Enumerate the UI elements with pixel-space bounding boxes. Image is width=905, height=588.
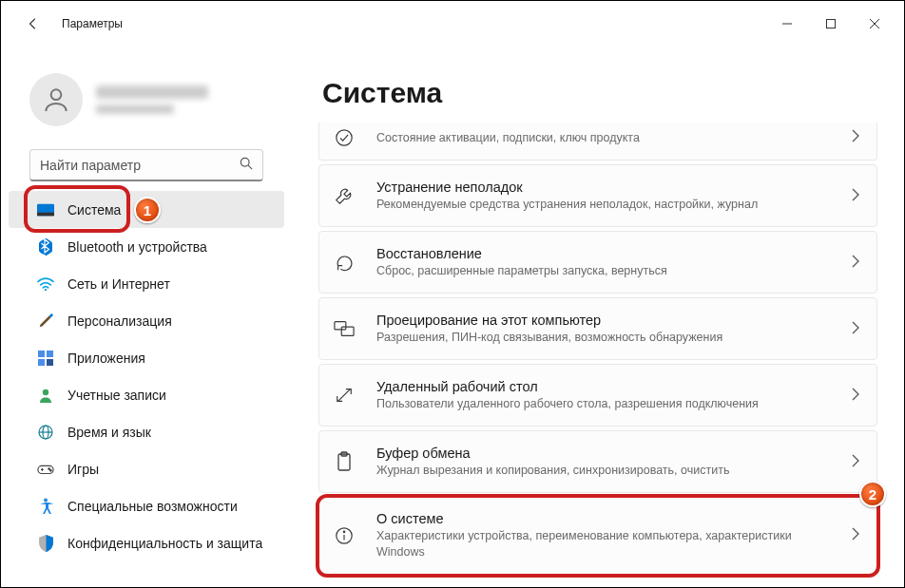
user-block[interactable]	[9, 47, 284, 149]
card-project[interactable]: Проецирование на этот компьютер Разрешен…	[318, 297, 877, 360]
nav-label: Время и язык	[67, 425, 151, 440]
clipboard-icon	[333, 451, 356, 472]
activation-icon	[333, 128, 356, 147]
card-about[interactable]: 2 О системе Характеристики устройства, п…	[318, 497, 877, 575]
avatar	[29, 73, 83, 126]
about-icon	[333, 526, 356, 545]
nav-item-network[interactable]: Сеть и Интернет	[9, 265, 284, 302]
svg-rect-1	[827, 20, 836, 28]
nav-label: Учетные записи	[67, 388, 166, 403]
svg-point-10	[45, 288, 47, 290]
project-icon	[333, 320, 356, 337]
nav-item-accounts[interactable]: Учетные записи	[9, 376, 284, 413]
tutorial-badge-2: 2	[859, 481, 886, 507]
card-recovery[interactable]: Восстановление Сброс, расширенные параме…	[318, 231, 877, 294]
minimize-button[interactable]	[765, 9, 809, 39]
chevron-right-icon	[852, 527, 859, 543]
chevron-right-icon	[852, 255, 859, 271]
shield-icon	[37, 535, 54, 552]
troubleshoot-icon	[333, 185, 356, 206]
bluetooth-icon	[37, 238, 54, 256]
nav-label: Конфиденциальность и защита	[67, 536, 262, 551]
nav-item-accessibility[interactable]: Специальные возможности	[9, 487, 284, 524]
nav-label: Специальные возможности	[67, 499, 238, 514]
search-input[interactable]	[40, 158, 240, 173]
window-controls	[765, 9, 896, 39]
card-title: Восстановление	[376, 246, 831, 261]
svg-rect-13	[38, 359, 45, 366]
chevron-right-icon	[852, 454, 859, 470]
wifi-icon	[37, 275, 54, 293]
nav-label: Персонализация	[67, 313, 172, 329]
svg-line-6	[248, 165, 252, 169]
svg-point-24	[44, 498, 48, 502]
card-remote-desktop[interactable]: Удаленный рабочий стол Пользователи удал…	[318, 364, 877, 427]
recovery-icon	[333, 253, 356, 272]
svg-point-23	[50, 469, 52, 471]
nav-item-personalization[interactable]: Персонализация	[9, 302, 284, 339]
svg-point-4	[51, 89, 62, 100]
nav-label: Приложения	[67, 351, 145, 366]
user-name-redacted	[96, 85, 208, 99]
back-button[interactable]	[16, 7, 50, 41]
accessibility-icon	[37, 498, 54, 515]
system-icon	[37, 201, 54, 218]
remote-icon	[333, 386, 356, 405]
nav-item-gaming[interactable]: Игры	[9, 450, 284, 487]
svg-point-15	[43, 389, 48, 394]
card-subtitle: Характеристики устройства, переименовани…	[376, 528, 831, 560]
page-title: Система	[322, 77, 877, 109]
nav-item-time-language[interactable]: Время и язык	[9, 413, 284, 450]
card-troubleshoot[interactable]: Устранение неполадок Рекомендуемые средс…	[318, 164, 877, 227]
svg-point-22	[48, 467, 50, 469]
chevron-right-icon	[852, 388, 859, 404]
sidebar: 1 Система Bluetooth и устройства Сеть и …	[1, 47, 292, 587]
nav-label: Сеть и Интернет	[67, 276, 170, 292]
svg-point-32	[343, 531, 344, 532]
nav: 1 Система Bluetooth и устройства Сеть и …	[9, 191, 284, 561]
card-title: Проецирование на этот компьютер	[376, 313, 831, 328]
search-box[interactable]	[29, 149, 263, 181]
svg-point-5	[241, 158, 249, 166]
chevron-right-icon	[852, 129, 859, 145]
person-icon	[37, 387, 54, 404]
svg-rect-11	[38, 351, 45, 357]
apps-icon	[37, 350, 54, 367]
card-clipboard[interactable]: Буфер обмена Журнал вырезания и копирова…	[318, 430, 877, 493]
maximize-button[interactable]	[809, 9, 853, 39]
tutorial-badge-1: 1	[134, 197, 161, 223]
card-subtitle: Состояние активации, подписки, ключ прод…	[376, 130, 831, 146]
card-title: О системе	[376, 511, 831, 526]
user-text	[96, 85, 208, 114]
nav-item-apps[interactable]: Приложения	[9, 339, 284, 376]
nav-label: Bluetooth и устройства	[67, 239, 207, 255]
games-icon	[37, 461, 54, 478]
card-title: Удаленный рабочий стол	[376, 379, 831, 394]
brush-icon	[37, 313, 54, 330]
card-title: Устранение неполадок	[376, 180, 831, 195]
svg-rect-8	[37, 212, 54, 216]
settings-list: Состояние активации, подписки, ключ прод…	[318, 123, 877, 575]
card-subtitle: Разрешения, ПИН-код связывания, возможно…	[376, 330, 831, 346]
chevron-right-icon	[852, 321, 859, 337]
svg-rect-14	[47, 359, 53, 366]
svg-point-25	[337, 129, 352, 144]
nav-item-bluetooth[interactable]: Bluetooth и устройства	[9, 228, 284, 265]
card-activation[interactable]: Состояние активации, подписки, ключ прод…	[318, 123, 877, 161]
card-title: Буфер обмена	[376, 446, 831, 461]
nav-item-privacy[interactable]: Конфиденциальность и защита	[9, 524, 284, 561]
chevron-right-icon	[852, 188, 859, 204]
svg-rect-12	[47, 351, 53, 357]
svg-rect-26	[335, 322, 346, 330]
user-email-redacted	[96, 104, 174, 114]
window-title: Параметры	[62, 17, 123, 30]
svg-rect-27	[341, 327, 354, 335]
nav-label: Система	[67, 202, 121, 218]
card-subtitle: Рекомендуемые средства устранения непола…	[376, 197, 831, 213]
globe-icon	[37, 424, 54, 441]
titlebar: Параметры	[1, 1, 904, 47]
close-button[interactable]	[853, 9, 896, 39]
search-icon	[240, 157, 253, 173]
card-subtitle: Пользователи удаленного рабочего стола, …	[376, 396, 831, 412]
card-subtitle: Сброс, расширенные параметры запуска, ве…	[376, 263, 831, 279]
